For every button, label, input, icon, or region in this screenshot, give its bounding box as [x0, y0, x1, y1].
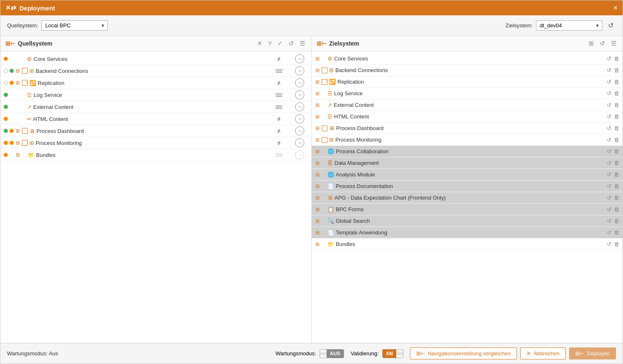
plus-pm[interactable]: ⊞ [15, 140, 20, 146]
trash-t-gs[interactable]: 🗑 [614, 218, 619, 224]
target-row-apg: ⊞ 🖥 APG - Data Expectation Chart (Fronte… [312, 192, 623, 204]
target-panel: ⊞⊢ Zielsystem ⊞ ↺ ☰ ⊞ ⚙ Core Services [312, 36, 623, 343]
trash-t-core[interactable]: 🗑 [614, 55, 619, 62]
undo-t-pdoc[interactable]: ↺ [607, 183, 611, 189]
undo-t-backend[interactable]: ↺ [607, 67, 611, 73]
plus-t-ext[interactable]: ⊞ [315, 102, 320, 108]
diff-pm: ≠ [267, 140, 291, 146]
arrow-pd[interactable]: → [295, 126, 304, 135]
validierung-toggle[interactable]: AN [382, 349, 403, 358]
plus-t-apg[interactable]: ⊞ [315, 195, 320, 201]
close-button[interactable]: × [613, 4, 618, 12]
icon-t-pd: 🖥 [329, 125, 335, 131]
compare-button[interactable]: ⊞⊢ Navigationseinstellung vergleichen [410, 347, 517, 359]
undo-t-ta[interactable]: ↺ [607, 229, 611, 236]
arrow-html[interactable]: → [295, 114, 304, 123]
trash-t-pdoc[interactable]: 🗑 [614, 183, 619, 189]
target-row-bundles: ⊞ 📁 Bundles ↺ 🗑 [312, 239, 623, 250]
source-selector-group: Quellsystem: Local BPC ▾ [7, 20, 108, 31]
plus-t-core[interactable]: ⊞ [315, 55, 320, 62]
trash-t-log[interactable]: 🗑 [614, 90, 619, 96]
dot1-bundles [4, 153, 8, 157]
plus-t-gs[interactable]: ⊞ [315, 218, 320, 224]
icon-html: ✏ [27, 116, 32, 122]
source-menu-icon[interactable]: ☰ [298, 39, 306, 48]
source-close-icon[interactable]: ✕ [256, 39, 264, 48]
plus-t-backend[interactable]: ⊞ [315, 67, 320, 74]
trash-t-html[interactable]: 🗑 [614, 113, 619, 120]
refresh-button[interactable]: ↺ [606, 21, 616, 30]
abort-button[interactable]: ✕ Abbrechen [520, 347, 566, 359]
trash-t-ta[interactable]: 🗑 [614, 229, 619, 236]
plus-t-pdoc[interactable]: ⊞ [315, 183, 320, 190]
arrow-ext[interactable]: → [295, 102, 304, 111]
trash-t-am[interactable]: 🗑 [614, 171, 619, 178]
undo-t-repl[interactable]: ↺ [607, 79, 611, 85]
trash-t-bundles[interactable]: 🗑 [614, 241, 619, 247]
plus-t-bpc[interactable]: ⊞ [315, 206, 320, 213]
trash-t-apg[interactable]: 🗑 [614, 195, 619, 201]
dot1-core [4, 57, 8, 61]
undo-t-pd[interactable]: ↺ [607, 125, 611, 131]
undo-t-bpc[interactable]: ↺ [607, 206, 611, 212]
target-row-pdoc: ⊞ 📄 Process Documentation ↺ 🗑 [312, 181, 623, 192]
source-help-icon[interactable]: ? [267, 40, 273, 48]
undo-t-core[interactable]: ↺ [607, 55, 611, 62]
diff-html: ≠ [267, 116, 291, 122]
trash-t-bpc[interactable]: 🗑 [614, 206, 619, 212]
plus-t-ta[interactable]: ⊞ [315, 229, 320, 236]
deploy-icon: ⊞⊢ [575, 350, 584, 357]
trash-t-pc[interactable]: 🗑 [614, 148, 619, 154]
plus-t-log[interactable]: ⊞ [315, 90, 320, 97]
target-select[interactable]: dt_dev04 [536, 20, 602, 31]
plus-bundles[interactable]: ⊞ [15, 152, 20, 158]
undo-t-pc[interactable]: ↺ [607, 148, 611, 154]
undo-t-bundles[interactable]: ↺ [607, 241, 611, 247]
target-row-ext: ⊞ ↗ External Content ↺ 🗑 [312, 99, 623, 111]
target-table-icon[interactable]: ⊞ [587, 39, 595, 48]
undo-t-html[interactable]: ↺ [607, 113, 611, 120]
source-check-icon[interactable]: ✓ [276, 39, 284, 48]
undo-t-am[interactable]: ↺ [607, 171, 611, 178]
undo-t-ext[interactable]: ↺ [607, 102, 611, 108]
plus-t-repl[interactable]: ⊞ [315, 79, 320, 85]
target-menu-icon[interactable]: ☰ [610, 39, 618, 48]
target-row-pd: ⊞ 🖥 Process Dashboard ↺ 🗑 [312, 123, 623, 134]
plus-t-am[interactable]: ⊞ [315, 171, 320, 178]
arrow-bundles[interactable]: → [295, 150, 304, 159]
wartungsmodus-toggle[interactable]: AUS [320, 349, 344, 358]
deploy-button[interactable]: ⊞⊢ Deployen [569, 347, 616, 359]
dashed-pd [22, 128, 28, 134]
source-row-external: ↗ External Content → [0, 101, 311, 113]
trash-t-ext[interactable]: 🗑 [614, 102, 619, 108]
trash-t-pm[interactable]: 🗑 [614, 137, 619, 143]
plus-t-dm[interactable]: ⊞ [315, 160, 320, 166]
arrow-pm[interactable]: → [295, 138, 304, 147]
source-select[interactable]: Local BPC [41, 20, 108, 31]
undo-t-dm[interactable]: ↺ [607, 160, 611, 166]
undo-t-log[interactable]: ↺ [607, 90, 611, 96]
plus-t-bundles[interactable]: ⊞ [315, 241, 320, 248]
target-row-html: ⊞ ☰ HTML Content ↺ 🗑 [312, 111, 623, 123]
undo-t-gs[interactable]: ↺ [607, 218, 611, 224]
trash-t-pd[interactable]: 🗑 [614, 125, 619, 131]
arrow-repl[interactable]: → [295, 78, 304, 87]
trash-t-repl[interactable]: 🗑 [614, 79, 619, 85]
source-sync-icon[interactable]: ↺ [287, 39, 295, 48]
arrow-backend[interactable]: → [295, 66, 304, 75]
arrow-core[interactable]: → [295, 54, 304, 63]
undo-t-pm[interactable]: ↺ [607, 137, 611, 143]
plus-t-pd[interactable]: ⊞ [315, 125, 320, 132]
trash-t-dm[interactable]: 🗑 [614, 160, 619, 166]
plus-backend[interactable]: ⊞ [15, 67, 20, 74]
trash-t-backend[interactable]: 🗑 [614, 67, 619, 73]
plus-pd[interactable]: ⊞ [15, 128, 20, 134]
diff-bundles [267, 154, 291, 157]
plus-t-pc[interactable]: ⊞ [315, 148, 320, 155]
plus-t-html[interactable]: ⊞ [315, 113, 320, 120]
target-sync-icon[interactable]: ↺ [599, 39, 606, 48]
plus-t-pm[interactable]: ⊞ [315, 137, 320, 143]
arrow-log[interactable]: → [295, 90, 304, 99]
undo-t-apg[interactable]: ↺ [607, 195, 611, 201]
plus-repl[interactable]: ⊞ [15, 80, 20, 86]
